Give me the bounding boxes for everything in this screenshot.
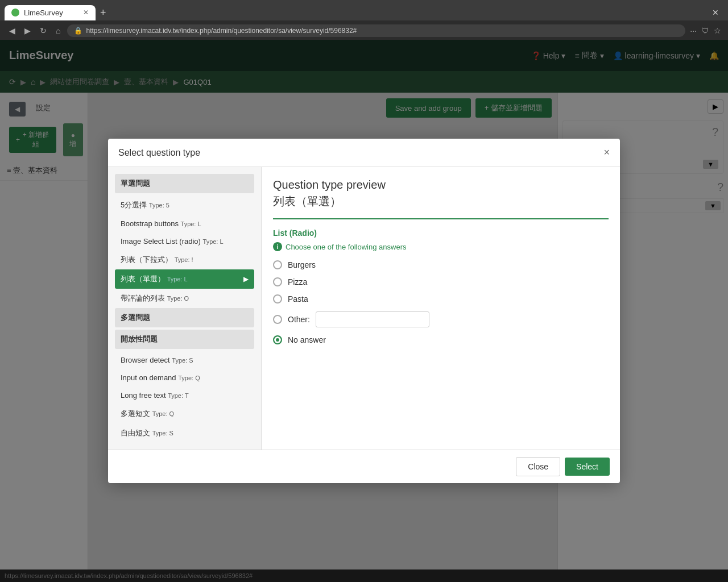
url-text: https://limesurvey.imacat.idv.tw/index.p… [86,27,357,35]
other-text-input[interactable] [316,311,429,327]
info-icon: i [273,242,282,251]
category-single-choice: 單選問題 [115,174,254,193]
q-item-input-demand[interactable]: Input on demand Type: Q [115,369,254,386]
option-pasta: Pasta [273,294,609,304]
preview-divider [273,218,609,219]
q-item-long-free-text[interactable]: Long free text Type: T [115,386,254,404]
q-item-5point[interactable]: 5分選擇 Type: 5 [115,196,254,215]
new-tab-button[interactable]: + [96,7,111,19]
option-pizza: Pizza [273,277,609,286]
q-item-multi-short[interactable]: 多選短文 Type: Q [115,404,254,423]
home-button[interactable]: ⌂ [53,26,63,35]
question-type-list: 單選問題 5分選擇 Type: 5 Bootstrap buttons Type… [108,167,262,450]
radio-other[interactable] [273,315,282,324]
preview-title-line1: Question type preview [273,178,609,192]
modal-title: Select question type [118,148,200,158]
radio-burgers[interactable] [273,260,282,269]
close-button[interactable]: Close [516,457,560,476]
preview-panel: Question type preview 列表（單選） List (Radio… [262,167,620,450]
select-button[interactable]: Select [565,458,610,476]
radio-pizza[interactable] [273,277,282,286]
star-icon[interactable]: ☆ [714,26,721,35]
browser-toolbar: ··· 🛡 ☆ [690,26,721,35]
modal-footer: Close Select [108,450,620,483]
radio-pasta[interactable] [273,294,282,304]
category-multiple-choice: 多選問題 [115,308,254,327]
option-burgers: Burgers [273,260,609,269]
preview-title-line2: 列表（單選） [273,194,609,209]
category-open-question: 開放性問題 [115,330,254,349]
option-no-answer: No answer [273,335,609,344]
tab-close-icon[interactable]: ✕ [83,9,89,16]
q-item-bootstrap[interactable]: Bootstrap buttons Type: L [115,215,254,232]
preview-instruction: i Choose one of the following answers [273,242,609,251]
q-item-browser-detect[interactable]: Browser detect Type: S [115,351,254,369]
menu-dots-icon[interactable]: ··· [690,26,697,35]
radio-no-answer[interactable] [273,335,282,344]
tab-title: LimeSurvey [24,9,63,17]
address-bar[interactable]: 🔒 https://limesurvey.imacat.idv.tw/index… [67,24,685,37]
q-item-image-select[interactable]: Image Select List (radio) Type: L [115,232,254,250]
arrow-right-icon: ▶ [243,275,249,283]
modal-overlay: Select question type × 單選問題 5分選擇 Type: 5… [0,40,728,582]
q-item-free-short[interactable]: 自由短文 Type: S [115,423,254,443]
preview-type-label: List (Radio) [273,228,609,238]
forward-button[interactable]: ▶ [22,26,33,35]
shield-icon: 🛡 [701,26,709,35]
q-item-radio[interactable]: 列表（單選） Type: L ▶ [115,269,254,289]
back-button[interactable]: ◀ [7,26,18,35]
browser-close-icon[interactable]: ✕ [708,6,723,19]
q-item-dropdown[interactable]: 列表（下拉式） Type: ! [115,250,254,269]
select-question-type-modal: Select question type × 單選問題 5分選擇 Type: 5… [108,139,620,483]
browser-tab[interactable]: LimeSurvey ✕ [5,5,96,20]
option-other: Other: [273,311,609,327]
favicon [11,9,19,16]
modal-close-button[interactable]: × [603,147,610,159]
reload-button[interactable]: ↻ [38,26,49,35]
q-item-comment[interactable]: 帶評論的列表 Type: O [115,289,254,308]
modal-body: 單選問題 5分選擇 Type: 5 Bootstrap buttons Type… [108,167,620,450]
modal-header: Select question type × [108,139,620,167]
